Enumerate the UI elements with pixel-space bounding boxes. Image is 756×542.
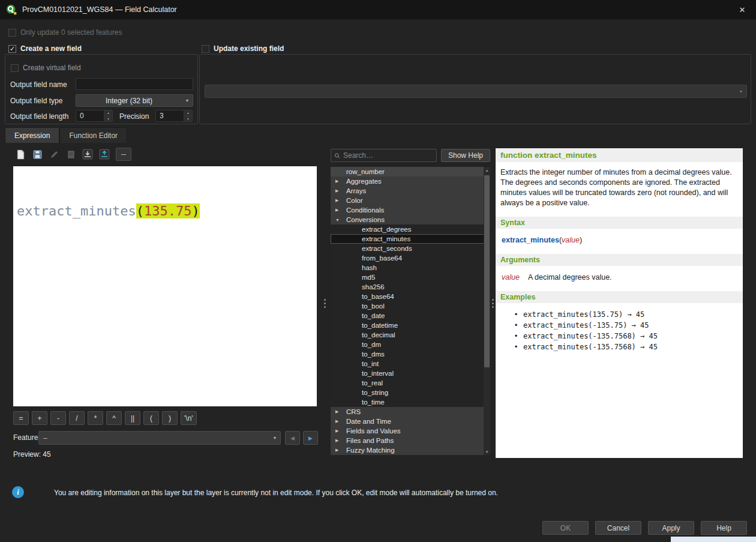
tree-item-date-and-time[interactable]: ▶Date and Time	[331, 417, 484, 426]
create-virtual-field-checkbox[interactable]: Create virtual field	[11, 63, 81, 73]
feature-combobox[interactable]: – ▼	[38, 431, 281, 445]
tree-item-conversions[interactable]: ▼Conversions	[331, 215, 484, 224]
operator-button[interactable]: +	[32, 411, 47, 425]
output-field-type-value: Integer (32 bit)	[76, 97, 182, 105]
tree-item-aggregates[interactable]: ▶Aggregates	[331, 176, 484, 186]
tree-scrollbar[interactable]: ▲ ▼	[484, 167, 490, 455]
tree-item-extract-minutes[interactable]: extract_minutes	[331, 234, 484, 244]
existing-field-combobox[interactable]: ▼	[205, 85, 747, 98]
create-new-field-checkbox[interactable]: ✓ Create a new field	[8, 44, 82, 53]
title-bar[interactable]: ProvCM01012021_WGS84 — Field Calculator …	[0, 0, 756, 19]
splitter-right[interactable]	[491, 276, 494, 330]
apply-button[interactable]: Apply	[648, 521, 694, 535]
bullet-icon: •	[515, 310, 523, 319]
chevron-right-icon[interactable]: ▶	[335, 208, 346, 212]
spin-up-icon[interactable]: ▲	[184, 110, 192, 116]
spin-down-icon[interactable]: ▼	[184, 116, 192, 122]
tree-item-crs[interactable]: ▶CRS	[331, 407, 484, 417]
chevron-right-icon[interactable]: ▶	[335, 409, 346, 414]
show-help-button[interactable]: Show Help	[441, 149, 490, 162]
operator-button[interactable]: '\n'	[181, 411, 197, 425]
tree-item-arrays[interactable]: ▶Arrays	[331, 186, 484, 196]
search-input[interactable]	[343, 151, 436, 160]
tree-item-extract-degrees[interactable]: extract_degrees	[331, 224, 484, 234]
expression-editor[interactable]: extract_minutes(135.75)	[13, 166, 317, 406]
output-field-type-combobox[interactable]: Integer (32 bit) ▼	[76, 94, 193, 107]
tree-item-extract-seconds[interactable]: extract_seconds	[331, 244, 484, 253]
scroll-up-icon[interactable]: ▲	[484, 167, 490, 173]
chevron-down-icon[interactable]: ▼	[335, 218, 346, 222]
previous-feature-button[interactable]: ◀	[285, 431, 300, 445]
tree-item-row-number[interactable]: row_number	[331, 167, 484, 176]
spin-up-icon[interactable]: ▲	[104, 110, 112, 116]
next-feature-button[interactable]: ▶	[303, 431, 318, 445]
tab-expression[interactable]: Expression	[5, 127, 59, 143]
export-expression-button[interactable]	[97, 147, 112, 161]
tree-item-fields-and-values[interactable]: ▶Fields and Values	[331, 426, 484, 436]
output-field-name-input[interactable]	[76, 78, 193, 90]
tab-function-editor[interactable]: Function Editor	[59, 127, 127, 143]
splitter-left[interactable]	[323, 276, 326, 330]
chevron-right-icon[interactable]: ▶	[335, 429, 346, 433]
tree-item-to-string[interactable]: to_string	[331, 388, 484, 397]
operator-button[interactable]: ^	[106, 411, 122, 425]
close-button[interactable]: ✕	[728, 0, 756, 19]
tree-item-label: extract_seconds	[362, 245, 412, 252]
update-existing-field-checkbox[interactable]: Update existing field	[202, 44, 284, 53]
operator-button[interactable]: /	[69, 411, 85, 425]
cancel-button[interactable]: Cancel	[595, 521, 641, 535]
tree-item-label: from_base64	[362, 254, 402, 262]
operator-button[interactable]: ||	[125, 411, 140, 425]
tree-item-sha256[interactable]: sha256	[331, 282, 484, 292]
only-update-checkbox[interactable]: Only update 0 selected features	[8, 28, 122, 37]
bullet-icon: •	[515, 343, 523, 351]
operator-button[interactable]: (	[143, 411, 159, 425]
tree-item-to-dm[interactable]: to_dm	[331, 340, 484, 349]
save-expression-button[interactable]	[30, 147, 44, 161]
tree-item-md5[interactable]: md5	[331, 273, 484, 282]
scrollbar-thumb[interactable]	[484, 175, 490, 367]
operator-button[interactable]: =	[13, 411, 29, 425]
tree-item-conditionals[interactable]: ▶Conditionals	[331, 205, 484, 215]
tree-item-to-dms[interactable]: to_dms	[331, 349, 484, 359]
checkbox-icon	[8, 29, 16, 37]
chevron-right-icon[interactable]: ▶	[335, 419, 346, 424]
tree-item-to-real[interactable]: to_real	[331, 378, 484, 388]
chevron-right-icon[interactable]: ▶	[335, 188, 346, 193]
scroll-down-icon[interactable]: ▼	[484, 448, 490, 455]
chevron-right-icon[interactable]: ▶	[335, 198, 346, 203]
tree-item-to-interval[interactable]: to_interval	[331, 369, 484, 378]
import-expression-button[interactable]	[80, 147, 95, 161]
tree-item-color[interactable]: ▶Color	[331, 196, 484, 205]
new-expression-button[interactable]	[13, 147, 28, 161]
chevron-right-icon[interactable]: ▶	[335, 438, 346, 443]
edit-expression-button[interactable]	[47, 147, 61, 161]
chevron-right-icon[interactable]: ▶	[335, 448, 346, 453]
chevron-down-icon: ▼	[736, 89, 746, 94]
tree-item-hash[interactable]: hash	[331, 263, 484, 273]
chevron-right-icon[interactable]: ▶	[335, 179, 346, 184]
tree-item-to-datetime[interactable]: to_datetime	[331, 321, 484, 330]
tree-item-to-decimal[interactable]: to_decimal	[331, 330, 484, 340]
tree-item-to-time[interactable]: to_time	[331, 397, 484, 407]
spin-down-icon[interactable]: ▼	[104, 116, 112, 122]
operator-button[interactable]: -	[50, 411, 66, 425]
background-window-fragment	[671, 537, 756, 542]
tree-item-from-base64[interactable]: from_base64	[331, 253, 484, 263]
output-field-length-spinner[interactable]: 0 ▲ ▼	[76, 110, 113, 122]
tree-item-files-and-paths[interactable]: ▶Files and Paths	[331, 436, 484, 445]
tree-item-to-base64[interactable]: to_base64	[331, 292, 484, 301]
tree-item-to-bool[interactable]: to_bool	[331, 301, 484, 311]
example-code: extract_minutes(-135.7568) → 45	[523, 343, 658, 351]
operator-button[interactable]: )	[162, 411, 178, 425]
dash-button[interactable]: --	[116, 148, 131, 161]
precision-spinner[interactable]: 3 ▲ ▼	[155, 110, 193, 122]
operator-button[interactable]: *	[88, 411, 103, 425]
delete-expression-button[interactable]	[64, 147, 78, 161]
tree-item-to-int[interactable]: to_int	[331, 359, 484, 369]
function-search[interactable]	[331, 149, 437, 162]
tree-item-fuzzy-matching[interactable]: ▶Fuzzy Matching	[331, 445, 484, 455]
ok-button[interactable]: OK	[542, 521, 589, 535]
help-button[interactable]: Help	[701, 521, 747, 535]
tree-item-to-date[interactable]: to_date	[331, 311, 484, 321]
